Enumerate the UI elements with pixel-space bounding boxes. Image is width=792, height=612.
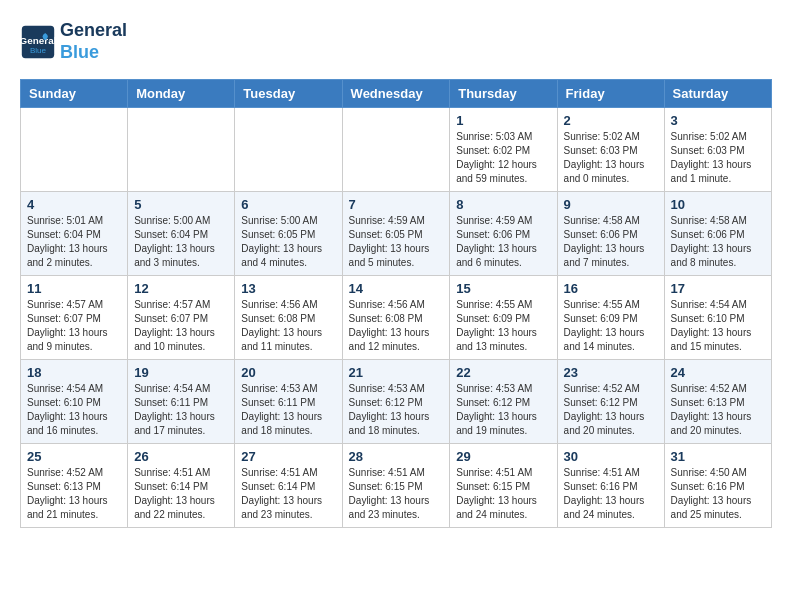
page-header: General Blue General Blue [20, 20, 772, 63]
day-content: Sunrise: 4:54 AM Sunset: 6:11 PM Dayligh… [134, 382, 228, 438]
calendar-cell: 20Sunrise: 4:53 AM Sunset: 6:11 PM Dayli… [235, 360, 342, 444]
calendar-cell: 12Sunrise: 4:57 AM Sunset: 6:07 PM Dayli… [128, 276, 235, 360]
calendar-cell [128, 108, 235, 192]
day-content: Sunrise: 5:02 AM Sunset: 6:03 PM Dayligh… [564, 130, 658, 186]
calendar-cell [21, 108, 128, 192]
day-content: Sunrise: 4:52 AM Sunset: 6:12 PM Dayligh… [564, 382, 658, 438]
day-content: Sunrise: 4:51 AM Sunset: 6:15 PM Dayligh… [349, 466, 444, 522]
calendar-cell: 1Sunrise: 5:03 AM Sunset: 6:02 PM Daylig… [450, 108, 557, 192]
day-content: Sunrise: 4:53 AM Sunset: 6:11 PM Dayligh… [241, 382, 335, 438]
day-content: Sunrise: 4:57 AM Sunset: 6:07 PM Dayligh… [27, 298, 121, 354]
calendar-cell: 11Sunrise: 4:57 AM Sunset: 6:07 PM Dayli… [21, 276, 128, 360]
day-number: 13 [241, 281, 335, 296]
day-number: 4 [27, 197, 121, 212]
weekday-header-row: SundayMondayTuesdayWednesdayThursdayFrid… [21, 80, 772, 108]
day-content: Sunrise: 4:54 AM Sunset: 6:10 PM Dayligh… [671, 298, 765, 354]
calendar-cell [342, 108, 450, 192]
day-number: 21 [349, 365, 444, 380]
day-number: 10 [671, 197, 765, 212]
day-number: 28 [349, 449, 444, 464]
weekday-header-tuesday: Tuesday [235, 80, 342, 108]
calendar-cell: 29Sunrise: 4:51 AM Sunset: 6:15 PM Dayli… [450, 444, 557, 528]
calendar-cell: 9Sunrise: 4:58 AM Sunset: 6:06 PM Daylig… [557, 192, 664, 276]
calendar-table: SundayMondayTuesdayWednesdayThursdayFrid… [20, 79, 772, 528]
day-content: Sunrise: 4:54 AM Sunset: 6:10 PM Dayligh… [27, 382, 121, 438]
day-content: Sunrise: 5:00 AM Sunset: 6:04 PM Dayligh… [134, 214, 228, 270]
day-content: Sunrise: 4:53 AM Sunset: 6:12 PM Dayligh… [456, 382, 550, 438]
weekday-header-thursday: Thursday [450, 80, 557, 108]
weekday-header-monday: Monday [128, 80, 235, 108]
calendar-cell: 7Sunrise: 4:59 AM Sunset: 6:05 PM Daylig… [342, 192, 450, 276]
day-number: 23 [564, 365, 658, 380]
day-content: Sunrise: 4:59 AM Sunset: 6:05 PM Dayligh… [349, 214, 444, 270]
calendar-cell: 26Sunrise: 4:51 AM Sunset: 6:14 PM Dayli… [128, 444, 235, 528]
logo: General Blue General Blue [20, 20, 127, 63]
day-content: Sunrise: 5:02 AM Sunset: 6:03 PM Dayligh… [671, 130, 765, 186]
calendar-cell: 6Sunrise: 5:00 AM Sunset: 6:05 PM Daylig… [235, 192, 342, 276]
day-number: 8 [456, 197, 550, 212]
calendar-cell: 17Sunrise: 4:54 AM Sunset: 6:10 PM Dayli… [664, 276, 771, 360]
svg-text:General: General [20, 34, 56, 45]
calendar-week-row: 25Sunrise: 4:52 AM Sunset: 6:13 PM Dayli… [21, 444, 772, 528]
day-content: Sunrise: 4:53 AM Sunset: 6:12 PM Dayligh… [349, 382, 444, 438]
day-number: 18 [27, 365, 121, 380]
day-content: Sunrise: 4:51 AM Sunset: 6:14 PM Dayligh… [241, 466, 335, 522]
day-number: 24 [671, 365, 765, 380]
day-number: 3 [671, 113, 765, 128]
calendar-cell: 22Sunrise: 4:53 AM Sunset: 6:12 PM Dayli… [450, 360, 557, 444]
day-content: Sunrise: 4:55 AM Sunset: 6:09 PM Dayligh… [564, 298, 658, 354]
calendar-cell: 8Sunrise: 4:59 AM Sunset: 6:06 PM Daylig… [450, 192, 557, 276]
day-number: 25 [27, 449, 121, 464]
weekday-header-wednesday: Wednesday [342, 80, 450, 108]
day-number: 30 [564, 449, 658, 464]
day-content: Sunrise: 4:59 AM Sunset: 6:06 PM Dayligh… [456, 214, 550, 270]
day-number: 1 [456, 113, 550, 128]
calendar-week-row: 18Sunrise: 4:54 AM Sunset: 6:10 PM Dayli… [21, 360, 772, 444]
day-number: 12 [134, 281, 228, 296]
calendar-cell: 27Sunrise: 4:51 AM Sunset: 6:14 PM Dayli… [235, 444, 342, 528]
day-content: Sunrise: 4:51 AM Sunset: 6:15 PM Dayligh… [456, 466, 550, 522]
day-number: 16 [564, 281, 658, 296]
calendar-cell: 30Sunrise: 4:51 AM Sunset: 6:16 PM Dayli… [557, 444, 664, 528]
calendar-cell: 19Sunrise: 4:54 AM Sunset: 6:11 PM Dayli… [128, 360, 235, 444]
calendar-cell: 31Sunrise: 4:50 AM Sunset: 6:16 PM Dayli… [664, 444, 771, 528]
calendar-cell: 4Sunrise: 5:01 AM Sunset: 6:04 PM Daylig… [21, 192, 128, 276]
calendar-week-row: 1Sunrise: 5:03 AM Sunset: 6:02 PM Daylig… [21, 108, 772, 192]
day-content: Sunrise: 4:52 AM Sunset: 6:13 PM Dayligh… [671, 382, 765, 438]
calendar-cell: 16Sunrise: 4:55 AM Sunset: 6:09 PM Dayli… [557, 276, 664, 360]
weekday-header-friday: Friday [557, 80, 664, 108]
weekday-header-sunday: Sunday [21, 80, 128, 108]
logo-subtext: Blue [60, 42, 127, 64]
day-number: 9 [564, 197, 658, 212]
calendar-cell: 13Sunrise: 4:56 AM Sunset: 6:08 PM Dayli… [235, 276, 342, 360]
calendar-cell: 28Sunrise: 4:51 AM Sunset: 6:15 PM Dayli… [342, 444, 450, 528]
day-number: 29 [456, 449, 550, 464]
calendar-cell: 15Sunrise: 4:55 AM Sunset: 6:09 PM Dayli… [450, 276, 557, 360]
calendar-cell: 25Sunrise: 4:52 AM Sunset: 6:13 PM Dayli… [21, 444, 128, 528]
day-content: Sunrise: 4:52 AM Sunset: 6:13 PM Dayligh… [27, 466, 121, 522]
day-content: Sunrise: 4:56 AM Sunset: 6:08 PM Dayligh… [241, 298, 335, 354]
day-content: Sunrise: 4:51 AM Sunset: 6:14 PM Dayligh… [134, 466, 228, 522]
logo-icon: General Blue [20, 24, 56, 60]
calendar-cell: 3Sunrise: 5:02 AM Sunset: 6:03 PM Daylig… [664, 108, 771, 192]
day-number: 2 [564, 113, 658, 128]
calendar-cell: 10Sunrise: 4:58 AM Sunset: 6:06 PM Dayli… [664, 192, 771, 276]
day-number: 7 [349, 197, 444, 212]
day-number: 20 [241, 365, 335, 380]
day-content: Sunrise: 5:01 AM Sunset: 6:04 PM Dayligh… [27, 214, 121, 270]
day-number: 31 [671, 449, 765, 464]
day-number: 6 [241, 197, 335, 212]
calendar-cell: 21Sunrise: 4:53 AM Sunset: 6:12 PM Dayli… [342, 360, 450, 444]
day-content: Sunrise: 4:56 AM Sunset: 6:08 PM Dayligh… [349, 298, 444, 354]
day-number: 5 [134, 197, 228, 212]
day-content: Sunrise: 4:58 AM Sunset: 6:06 PM Dayligh… [671, 214, 765, 270]
logo-text: General [60, 20, 127, 42]
day-content: Sunrise: 5:03 AM Sunset: 6:02 PM Dayligh… [456, 130, 550, 186]
calendar-cell: 2Sunrise: 5:02 AM Sunset: 6:03 PM Daylig… [557, 108, 664, 192]
weekday-header-saturday: Saturday [664, 80, 771, 108]
day-content: Sunrise: 4:58 AM Sunset: 6:06 PM Dayligh… [564, 214, 658, 270]
calendar-cell: 5Sunrise: 5:00 AM Sunset: 6:04 PM Daylig… [128, 192, 235, 276]
day-number: 22 [456, 365, 550, 380]
day-content: Sunrise: 4:55 AM Sunset: 6:09 PM Dayligh… [456, 298, 550, 354]
day-number: 26 [134, 449, 228, 464]
